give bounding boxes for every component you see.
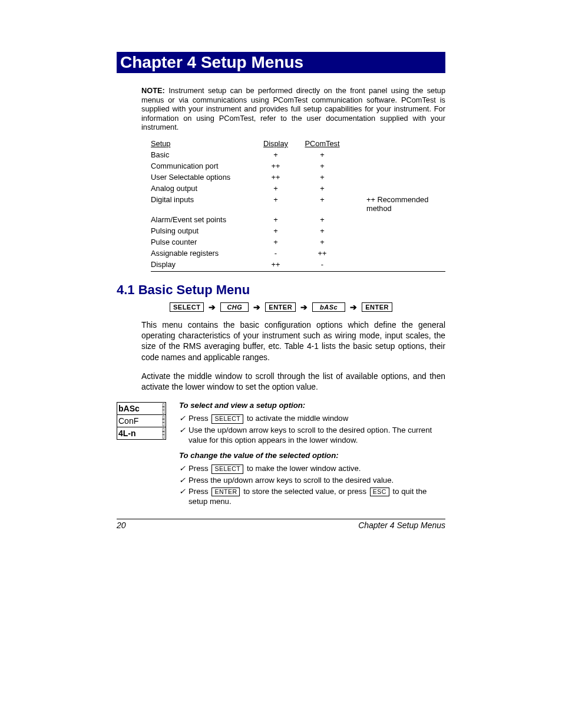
instruction-item: ✓Use the up/down arrow keys to scroll to… — [179, 425, 445, 445]
note-label: NOTE: — [141, 86, 165, 95]
cell-setup: Display — [151, 259, 256, 272]
cell-note — [349, 214, 445, 225]
cell-pcomtest: + — [296, 149, 349, 160]
section-para-2: Activate the middle window to scroll thr… — [141, 371, 445, 393]
cell-display: ++ — [256, 160, 296, 172]
checkmark-icon: ✓ — [179, 463, 189, 474]
lcd-row-3: 4L-n▯▯▯ — [117, 427, 166, 440]
instruction-text: Press SELECT to make the lower window ac… — [189, 463, 445, 474]
instruction-text: Press ENTER to store the selected value,… — [189, 486, 445, 507]
page-number: 20 — [117, 521, 126, 530]
cell-display: - — [256, 248, 296, 259]
cell-pcomtest: + — [296, 214, 349, 225]
cell-pcomtest: + — [296, 172, 349, 183]
cell-note — [349, 149, 445, 160]
instruction-item: ✓Press SELECT to make the lower window a… — [179, 463, 445, 474]
col-header-display: Display — [256, 138, 296, 149]
cell-setup: Pulsing output — [151, 225, 256, 236]
cell-display: + — [256, 194, 296, 214]
cell-note — [349, 160, 445, 172]
note-text: Instrument setup can be performed direct… — [141, 86, 445, 131]
cell-pcomtest: + — [296, 225, 349, 236]
page-footer: 20 Chapter 4 Setup Menus — [117, 519, 445, 530]
cell-setup: Analog output — [151, 183, 256, 194]
setup-capability-table: Setup Display PComTest Basic++Communicat… — [151, 138, 445, 272]
lcd-display: bASc▯▯▯ ConF▯▯▯ 4L-n▯▯▯ — [117, 400, 166, 508]
cell-setup: Basic — [151, 149, 256, 160]
key-label: SELECT — [211, 465, 243, 474]
nav-step-chg: CHG — [220, 302, 249, 312]
cell-setup: Pulse counter — [151, 236, 256, 248]
cell-note — [349, 236, 445, 248]
cell-display: + — [256, 183, 296, 194]
table-row: Display++- — [151, 259, 445, 272]
lcd-indicator-icon: ▯▯▯ — [162, 416, 164, 426]
note-paragraph: NOTE: Instrument setup can be performed … — [141, 86, 445, 132]
lcd-indicator-icon: ▯▯▯ — [162, 429, 164, 438]
key-label: ENTER — [211, 487, 240, 497]
cell-note — [349, 259, 445, 272]
arrow-icon: ➔ — [300, 302, 308, 312]
instruction-item: ✓Press the up/down arrow keys to scroll … — [179, 475, 445, 485]
checkmark-icon: ✓ — [179, 475, 189, 485]
instruction-title-1: To select and view a setup option: — [179, 401, 445, 410]
instruction-title-2: To change the value of the selected opti… — [179, 451, 445, 460]
checkmark-icon: ✓ — [179, 413, 189, 424]
nav-step-select: SELECT — [170, 302, 204, 312]
cell-pcomtest: + — [296, 160, 349, 172]
checkmark-icon: ✓ — [179, 425, 189, 445]
instruction-text: Press the up/down arrow keys to scroll t… — [189, 475, 445, 485]
table-row: Pulse counter++ — [151, 236, 445, 248]
key-label: ESC — [370, 487, 389, 497]
table-row: Basic++ — [151, 149, 445, 160]
nav-step-basc: bASc — [312, 302, 345, 312]
cell-setup: Assignable registers — [151, 248, 256, 259]
col-header-setup: Setup — [151, 138, 256, 149]
cell-note: ++ Recommended method — [349, 194, 445, 214]
table-row: Assignable registers-++ — [151, 248, 445, 259]
arrow-icon: ➔ — [209, 302, 216, 312]
key-label: SELECT — [211, 414, 243, 424]
cell-setup: User Selectable options — [151, 172, 256, 183]
checkmark-icon: ✓ — [179, 486, 189, 507]
instruction-item: ✓Press SELECT to activate the middle win… — [179, 413, 445, 424]
cell-pcomtest: + — [296, 183, 349, 194]
cell-display: + — [256, 214, 296, 225]
footer-label: Chapter 4 Setup Menus — [358, 521, 445, 530]
cell-pcomtest: + — [296, 236, 349, 248]
cell-pcomtest: ++ — [296, 248, 349, 259]
cell-pcomtest: - — [296, 259, 349, 272]
table-row: Digital inputs++++ Recommended method — [151, 194, 445, 214]
table-row: Analog output++ — [151, 183, 445, 194]
cell-setup: Communication port — [151, 160, 256, 172]
cell-pcomtest: + — [296, 194, 349, 214]
table-row: Alarm/Event set points++ — [151, 214, 445, 225]
col-header-pcomtest: PComTest — [296, 138, 349, 149]
lcd-indicator-icon: ▯▯▯ — [162, 404, 164, 413]
section-heading: 4.1 Basic Setup Menu — [117, 282, 445, 298]
nav-sequence: SELECT ➔ CHG ➔ ENTER ➔ bASc ➔ ENTER — [117, 302, 445, 312]
table-row: User Selectable options+++ — [151, 172, 445, 183]
cell-note — [349, 248, 445, 259]
lcd-row-1: bASc▯▯▯ — [117, 402, 166, 415]
nav-step-enter2: ENTER — [362, 302, 392, 312]
cell-display: + — [256, 225, 296, 236]
table-row: Pulsing output++ — [151, 225, 445, 236]
nav-step-enter1: ENTER — [265, 302, 296, 312]
section-para-1: This menu contains the basic configurati… — [141, 320, 445, 363]
instruction-text: Press SELECT to activate the middle wind… — [189, 413, 445, 424]
cell-note — [349, 172, 445, 183]
instruction-text: Use the up/down arrow keys to scroll to … — [189, 425, 445, 445]
lcd-row-2: ConF▯▯▯ — [117, 415, 166, 427]
cell-note — [349, 225, 445, 236]
cell-setup: Digital inputs — [151, 194, 256, 214]
cell-display: + — [256, 149, 296, 160]
instruction-item: ✓Press ENTER to store the selected value… — [179, 486, 445, 507]
cell-display: + — [256, 236, 296, 248]
cell-display: ++ — [256, 172, 296, 183]
cell-note — [349, 183, 445, 194]
arrow-icon: ➔ — [253, 302, 260, 312]
table-row: Communication port+++ — [151, 160, 445, 172]
cell-setup: Alarm/Event set points — [151, 214, 256, 225]
cell-display: ++ — [256, 259, 296, 272]
